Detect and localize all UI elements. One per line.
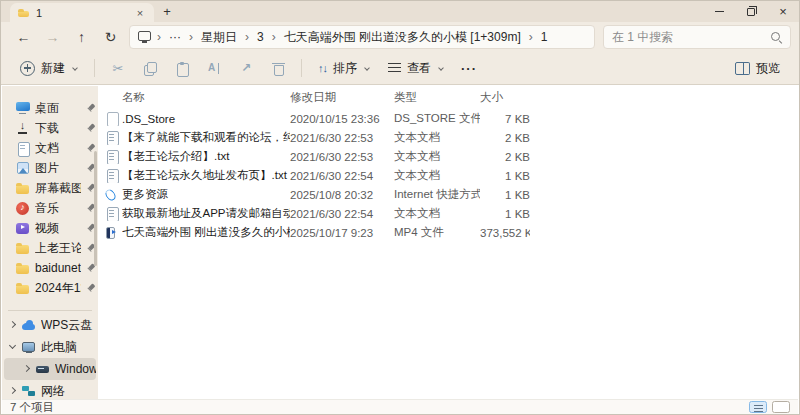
chevron-down-icon xyxy=(363,65,370,72)
tree-chevron-icon[interactable] xyxy=(22,365,30,373)
tab-title: 1 xyxy=(36,7,127,19)
breadcrumb-segment[interactable]: 3 xyxy=(255,30,266,44)
paste-icon xyxy=(175,61,189,75)
breadcrumb-segment[interactable]: 星期日 xyxy=(199,29,239,46)
breadcrumb-segment[interactable]: 七天高端外围 刚出道没多久的小模 [1+309m] xyxy=(282,29,523,46)
sidebar-tree-item[interactable]: Windows-SSD xyxy=(4,358,96,380)
breadcrumb-segment[interactable]: 1 xyxy=(539,30,550,44)
chevron-right-icon: › xyxy=(186,30,196,44)
up-button[interactable]: ↑ xyxy=(67,24,96,50)
sidebar-item[interactable]: 图片 xyxy=(2,158,98,178)
sidebar-divider xyxy=(8,310,92,311)
close-button[interactable]: × xyxy=(767,1,799,22)
table-row[interactable]: .DS_Store 2020/10/15 23:36 DS_STORE 文件 7… xyxy=(104,109,798,128)
breadcrumb-segment[interactable]: ··· xyxy=(167,30,183,44)
sidebar-item-icon xyxy=(15,141,30,156)
column-header-type[interactable]: 类型 xyxy=(394,90,480,105)
sidebar-scrollbar[interactable] xyxy=(94,151,97,266)
sidebar-item[interactable]: 桌面 xyxy=(2,98,98,118)
copy-icon xyxy=(143,61,157,75)
file-size: 373,552 KB xyxy=(480,227,530,239)
file-size: 2 KB xyxy=(480,132,530,144)
plus-circle-icon xyxy=(20,61,35,76)
large-icons-view-button[interactable] xyxy=(772,401,790,413)
file-type: MP4 文件 xyxy=(394,225,480,240)
sidebar-item[interactable]: 音乐 xyxy=(2,198,98,218)
table-row[interactable]: 【老王论坛介绍】.txt 2021/6/30 22:53 文本文档 2 KB xyxy=(104,147,798,166)
sidebar-item-icon xyxy=(21,384,36,399)
forward-button: → xyxy=(38,24,67,50)
table-row[interactable]: 【老王论坛永久地址发布页】.txt 2021/6/30 22:54 文本文档 1… xyxy=(104,166,798,185)
preview-button[interactable]: 预览 xyxy=(726,55,789,81)
file-type: 文本文档 xyxy=(394,130,480,145)
sidebar-item[interactable]: baidunetdisk xyxy=(2,258,98,278)
pin-icon xyxy=(86,123,95,133)
tree-chevron-icon[interactable] xyxy=(8,321,16,329)
file-name: 【老王论坛介绍】.txt xyxy=(122,149,290,164)
navigation-pane: 桌面 下载 文档 图片 xyxy=(2,86,98,399)
table-row[interactable]: 七天高端外围 刚出道没多久的小模.mp4 2025/10/17 9:23 MP4… xyxy=(104,223,798,242)
breadcrumb[interactable]: › ··· › 星期日 › 3 › 七天高端外围 刚出道没多久的小模 [1+30… xyxy=(129,25,595,49)
file-type-icon xyxy=(104,187,116,202)
view-button[interactable]: 查看 xyxy=(379,55,453,81)
restore-button[interactable] xyxy=(735,1,767,22)
sidebar-item[interactable]: 下载 xyxy=(2,118,98,138)
file-name: .DS_Store xyxy=(122,113,290,125)
new-tab-button[interactable]: + xyxy=(154,3,180,22)
restore-icon xyxy=(747,8,755,16)
sidebar-item[interactable]: 上老王论坛当 xyxy=(2,238,98,258)
sidebar-item-icon xyxy=(15,221,30,236)
file-date-modified: 2021/6/30 22:53 xyxy=(290,132,394,144)
table-row[interactable]: 获取最新地址及APP请发邮箱自动获取.txt 2021/6/30 22:54 文… xyxy=(104,204,798,223)
column-header-name[interactable]: 名称 xyxy=(122,90,290,105)
more-options-button[interactable]: ··· xyxy=(453,55,485,81)
chevron-right-icon: › xyxy=(269,30,279,44)
preview-book-icon xyxy=(735,62,750,74)
sidebar-tree-item[interactable]: 网络 xyxy=(4,380,96,399)
column-header-date[interactable]: 修改日期 xyxy=(290,90,394,105)
sidebar-item-label: 文档 xyxy=(35,140,81,157)
sort-button-label: 排序 xyxy=(333,60,357,77)
sidebar-item-icon xyxy=(15,261,30,276)
table-row[interactable]: 【来了就能下载和观看的论坛，纯免费！】.txt 2021/6/30 22:53 … xyxy=(104,128,798,147)
sidebar-item[interactable]: 视频 xyxy=(2,218,98,238)
tree-chevron-icon[interactable] xyxy=(8,343,16,351)
table-row[interactable]: 更多资源 2025/10/8 20:32 Internet 快捷方式 1 KB xyxy=(104,185,798,204)
preview-button-label: 预览 xyxy=(756,60,780,77)
sidebar-item-label: Windows-SSD xyxy=(55,362,96,376)
sidebar-tree-item[interactable]: WPS云盘 xyxy=(4,314,96,336)
rename-button xyxy=(198,55,230,81)
minimize-icon xyxy=(715,11,724,12)
sort-arrows-icon: ↑↓ xyxy=(318,62,327,74)
new-button[interactable]: 新建 xyxy=(11,55,87,81)
delete-button xyxy=(262,55,294,81)
refresh-button[interactable]: ↻ xyxy=(96,24,125,50)
file-name: 更多资源 xyxy=(122,187,290,202)
sidebar-item-label: 此电脑 xyxy=(41,339,96,356)
sidebar-item[interactable]: 屏幕截图 xyxy=(2,178,98,198)
tree-chevron-icon[interactable] xyxy=(8,387,16,395)
sidebar-item-label: 屏幕截图 xyxy=(35,180,81,197)
details-view-button[interactable] xyxy=(749,401,767,413)
chevron-right-icon: › xyxy=(242,30,252,44)
tab-current-folder[interactable]: 1 × xyxy=(10,3,154,22)
file-size: 1 KB xyxy=(480,189,530,201)
column-header-size[interactable]: 大小 xyxy=(480,90,530,105)
this-pc-icon[interactable] xyxy=(138,31,151,41)
sidebar-item[interactable]: 2024年12月, xyxy=(2,278,98,298)
search-input[interactable] xyxy=(612,30,770,44)
sidebar-item-icon xyxy=(15,181,30,196)
paste-button xyxy=(166,55,198,81)
toolbar-separator xyxy=(94,59,95,77)
minimize-button[interactable] xyxy=(703,1,735,22)
sort-button[interactable]: ↑↓ 排序 xyxy=(309,55,379,81)
sidebar-tree-item[interactable]: 此电脑 xyxy=(4,336,96,358)
sidebar-item[interactable]: 文档 xyxy=(2,138,98,158)
search-box[interactable] xyxy=(603,25,791,49)
sidebar-item-label: WPS云盘 xyxy=(41,317,96,334)
tab-close-icon[interactable]: × xyxy=(133,7,147,19)
back-button[interactable]: ← xyxy=(9,24,38,50)
file-type: 文本文档 xyxy=(394,168,480,183)
trash-icon xyxy=(272,61,285,75)
file-type: 文本文档 xyxy=(394,149,480,164)
